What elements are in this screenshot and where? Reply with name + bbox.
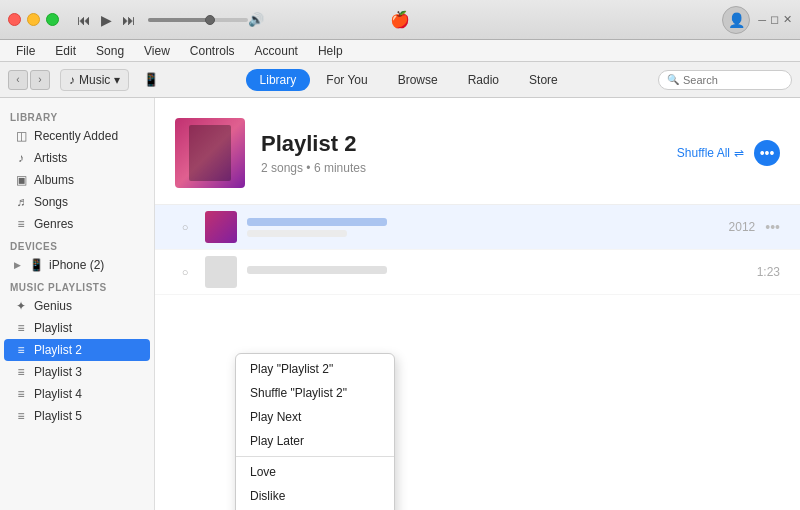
sidebar-item-playlist3[interactable]: ≡ Playlist 3 (4, 361, 150, 383)
genres-icon: ≡ (14, 217, 28, 231)
playlist-icon: ≡ (14, 321, 28, 335)
track-info (247, 218, 719, 237)
tab-browse[interactable]: Browse (384, 69, 452, 91)
playlist3-label: Playlist 3 (34, 365, 82, 379)
menu-item-help[interactable]: Help (310, 42, 351, 60)
nav-bar: ‹ › ♪ Music ▾ 📱 LibraryFor YouBrowseRadi… (0, 62, 800, 98)
menu-item-view[interactable]: View (136, 42, 178, 60)
playlist4-icon: ≡ (14, 387, 28, 401)
menu-item-account[interactable]: Account (247, 42, 306, 60)
ctx-shuffle-playlist[interactable]: Shuffle "Playlist 2" (236, 381, 394, 405)
menu-item-song[interactable]: Song (88, 42, 132, 60)
sidebar: Library ◫ Recently Added ♪ Artists ▣ Alb… (0, 98, 155, 510)
maximize-button[interactable] (46, 13, 59, 26)
nav-arrows: ‹ › (8, 70, 50, 90)
menu-item-controls[interactable]: Controls (182, 42, 243, 60)
volume-icon: 🔊 (248, 12, 264, 27)
progress-thumb (205, 15, 215, 25)
sidebar-item-playlist[interactable]: ≡ Playlist (4, 317, 150, 339)
forward-button[interactable]: ⏭ (120, 10, 138, 30)
sidebar-item-playlist4[interactable]: ≡ Playlist 4 (4, 383, 150, 405)
music-note-icon: ♪ (69, 73, 75, 87)
sidebar-item-playlist2[interactable]: ≡ Playlist 2 (4, 339, 150, 361)
iphone-icon: 📱 (29, 258, 43, 272)
ctx-love[interactable]: Love (236, 460, 394, 484)
window-close-btn[interactable]: ✕ (783, 13, 792, 26)
songs-icon: ♬ (14, 195, 28, 209)
tab-for-you[interactable]: For You (312, 69, 381, 91)
source-label: Music (79, 73, 110, 87)
sidebar-item-genres[interactable]: ≡ Genres (4, 213, 150, 235)
menu-bar: FileEditSongViewControlsAccountHelp (0, 40, 800, 62)
menu-item-edit[interactable]: Edit (47, 42, 84, 60)
playlist-header: Playlist 2 2 songs • 6 minutes Shuffle A… (155, 98, 800, 205)
device-icon: 📱 (143, 72, 159, 88)
play-button[interactable]: ▶ (99, 10, 114, 30)
playlist2-icon: ≡ (14, 343, 28, 357)
shuffle-all-button[interactable]: Shuffle All ⇌ (677, 146, 744, 160)
user-account-button[interactable]: 👤 (722, 6, 750, 34)
window-minimize-btn[interactable]: ─ (758, 13, 766, 26)
progress-bar[interactable] (148, 18, 248, 22)
tab-radio[interactable]: Radio (454, 69, 513, 91)
playlist2-label: Playlist 2 (34, 343, 82, 357)
window-restore-btn[interactable]: ◻ (770, 13, 779, 26)
tab-library[interactable]: Library (246, 69, 311, 91)
shuffle-icon: ⇌ (734, 146, 744, 160)
source-selector[interactable]: ♪ Music ▾ (60, 69, 129, 91)
track-title (247, 218, 387, 226)
track-title (247, 266, 387, 274)
tab-store[interactable]: Store (515, 69, 572, 91)
content-area: Playlist 2 2 songs • 6 minutes Shuffle A… (155, 98, 800, 510)
minimize-button[interactable] (27, 13, 40, 26)
track-row[interactable]: ○ 1:23 (155, 250, 800, 295)
playlists-section-title: Music Playlists (0, 276, 154, 295)
playlist4-label: Playlist 4 (34, 387, 82, 401)
search-icon: 🔍 (667, 74, 679, 85)
search-box[interactable]: 🔍 (658, 70, 792, 90)
sidebar-item-songs[interactable]: ♬ Songs (4, 191, 150, 213)
close-button[interactable] (8, 13, 21, 26)
iphone-label: iPhone (2) (49, 258, 104, 272)
ctx-play-next[interactable]: Play Next (236, 405, 394, 429)
devices-section-title: Devices (0, 235, 154, 254)
progress-fill (148, 18, 208, 22)
sidebar-item-iphone[interactable]: ▶ 📱 iPhone (2) (4, 254, 150, 276)
menu-item-file[interactable]: File (8, 42, 43, 60)
sidebar-item-albums[interactable]: ▣ Albums (4, 169, 150, 191)
tab-bar: LibraryFor YouBrowseRadioStore (165, 69, 652, 91)
main-layout: Library ◫ Recently Added ♪ Artists ▣ Alb… (0, 98, 800, 510)
window-resize-controls: ─ ◻ ✕ (758, 13, 792, 26)
sidebar-item-recently-added[interactable]: ◫ Recently Added (4, 125, 150, 147)
track-year: 2012 (729, 220, 756, 234)
track-row[interactable]: ○ 2012 ••• (155, 205, 800, 250)
forward-button-nav[interactable]: › (30, 70, 50, 90)
sidebar-item-artists[interactable]: ♪ Artists (4, 147, 150, 169)
ctx-play-playlist[interactable]: Play "Playlist 2" (236, 357, 394, 381)
ctx-separator (236, 456, 394, 457)
playlist-meta: 2 songs • 6 minutes (261, 161, 661, 175)
transport-controls: ⏮ ▶ ⏭ (75, 10, 138, 30)
ctx-play-later[interactable]: Play Later (236, 429, 394, 453)
playlist5-label: Playlist 5 (34, 409, 82, 423)
track-list: ○ 2012 ••• ○ 1:23 (155, 205, 800, 295)
artists-icon: ♪ (14, 151, 28, 165)
search-input[interactable] (683, 74, 783, 86)
playlist-title: Playlist 2 (261, 131, 661, 157)
artists-label: Artists (34, 151, 67, 165)
context-menu: Play "Playlist 2" Shuffle "Playlist 2" P… (235, 353, 395, 510)
library-section-title: Library (0, 106, 154, 125)
genres-label: Genres (34, 217, 73, 231)
window-controls (8, 13, 59, 26)
track-duration: 1:23 (745, 265, 780, 279)
title-bar: ⏮ ▶ ⏭ 🔊 🍎 👤 ─ ◻ ✕ (0, 0, 800, 40)
more-options-button[interactable]: ••• (754, 140, 780, 166)
track-more-button[interactable]: ••• (765, 219, 780, 235)
sidebar-item-playlist5[interactable]: ≡ Playlist 5 (4, 405, 150, 427)
header-actions: Shuffle All ⇌ ••• (677, 140, 780, 166)
back-button[interactable]: ‹ (8, 70, 28, 90)
ctx-dislike[interactable]: Dislike (236, 484, 394, 508)
sidebar-item-genius[interactable]: ✦ Genius (4, 295, 150, 317)
track-number: ○ (175, 221, 195, 233)
rewind-button[interactable]: ⏮ (75, 10, 93, 30)
